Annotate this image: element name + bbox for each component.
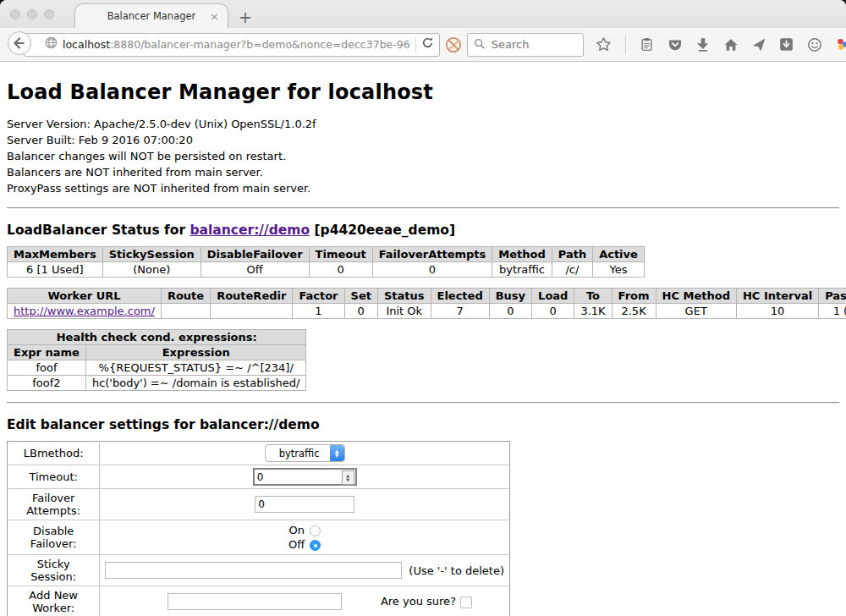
- cell-active: Yes: [593, 262, 645, 278]
- table-row: 6 [1 Used] (None) Off 0 0 bytraffic /c/ …: [8, 262, 645, 278]
- radio-line-on: On: [105, 523, 504, 537]
- add-worker-value-cell: Are you sure?: [100, 586, 510, 616]
- adblock-icon[interactable]: [445, 36, 462, 54]
- cell-expr-name: foof: [8, 360, 86, 376]
- cell-maxmembers: 6 [1 Used]: [8, 262, 103, 278]
- worker-url-link[interactable]: http://www.example.com/: [14, 305, 155, 317]
- col-active: Active: [593, 247, 645, 262]
- balancer-status-table: MaxMembers StickySession DisableFailover…: [7, 246, 645, 278]
- balancer-status-heading: LoadBalancer Status for balancer://demo …: [7, 223, 839, 238]
- status-heading-suffix: [p4420eeae_demo]: [310, 223, 455, 238]
- lbmethod-select[interactable]: bytraffic ▲▼: [265, 444, 345, 462]
- form-row-timeout: Timeout: ▲▼: [8, 465, 510, 489]
- feedback-smiley-icon[interactable]: [806, 36, 823, 54]
- url-host: localhost: [63, 38, 110, 51]
- col-failoverattempts: FailoverAttempts: [372, 247, 492, 262]
- cell-busy: 0: [489, 304, 531, 319]
- cell-status: Init Ok: [377, 304, 431, 319]
- radio-off-option[interactable]: [310, 540, 321, 551]
- page-title: Load Balancer Manager for localhost: [7, 80, 839, 104]
- minimize-window-button[interactable]: [27, 9, 37, 19]
- col-timeout: Timeout: [309, 247, 372, 262]
- zoom-window-button[interactable]: [44, 9, 54, 19]
- pocket-icon[interactable]: [667, 36, 684, 54]
- col-hc-method: HC Method: [656, 289, 736, 304]
- tab-balancer-manager[interactable]: Balancer Manager ×: [74, 3, 228, 28]
- col-route: Route: [161, 289, 210, 304]
- col-passes: Passes: [819, 289, 846, 304]
- back-button[interactable]: [7, 30, 32, 59]
- edit-balancer-form: LBmethod: bytraffic ▲▼ Timeout: ▲▼: [7, 441, 510, 616]
- inherit-notice-line: Balancers are NOT inherited from main se…: [7, 164, 839, 180]
- timeout-label: Timeout:: [8, 465, 100, 489]
- failover-attempts-input[interactable]: [255, 496, 354, 513]
- cell-method: bytraffic: [492, 262, 552, 278]
- close-window-button[interactable]: [10, 9, 20, 19]
- form-row-disable-failover: Disable Failover: On Off: [8, 520, 510, 555]
- status-heading-prefix: LoadBalancer Status for: [7, 223, 190, 238]
- on-label: On: [288, 524, 304, 536]
- proxypass-notice-line: ProxyPass settings are NOT inherited fro…: [7, 180, 839, 196]
- cell-disablefailover: Off: [201, 262, 309, 278]
- number-stepper-icon[interactable]: ▲▼: [342, 470, 354, 485]
- balancer-demo-link[interactable]: balancer://demo: [190, 223, 310, 238]
- search-input[interactable]: [490, 37, 577, 52]
- lbmethod-label: LBmethod:: [8, 442, 100, 465]
- addon-download-icon[interactable]: [778, 36, 795, 54]
- failover-attempts-label: Failover Attempts:: [8, 489, 100, 520]
- col-method: Method: [492, 247, 552, 262]
- worker-table: Worker URL Route RouteRedir Factor Set S…: [7, 288, 846, 319]
- sticky-session-input[interactable]: [105, 562, 402, 579]
- col-elected: Elected: [431, 289, 489, 304]
- reload-icon[interactable]: [421, 36, 434, 52]
- cell-passes: 1 (0): [819, 304, 846, 319]
- off-label: Off: [288, 538, 305, 551]
- worker-row: http://www.example.com/ 1 0 Init Ok 7 0 …: [8, 304, 846, 319]
- cell-set: 0: [344, 304, 377, 319]
- divider: [7, 207, 839, 209]
- divider: [7, 402, 839, 404]
- radio-on-option[interactable]: [310, 525, 321, 536]
- cell-expression: hc('body') =~ /domain is established/: [85, 376, 306, 391]
- tab-close-icon[interactable]: ×: [210, 11, 219, 22]
- page-content: Load Balancer Manager for localhost Serv…: [0, 62, 846, 616]
- new-tab-button[interactable]: +: [239, 8, 252, 26]
- bookmark-star-icon[interactable]: [596, 36, 613, 54]
- toolbar-divider: [625, 36, 626, 54]
- col-expression: Expression: [85, 345, 306, 360]
- search-bar[interactable]: [467, 33, 584, 57]
- downloads-icon[interactable]: [695, 36, 711, 54]
- col-worker-url: Worker URL: [8, 289, 162, 304]
- disable-failover-label: Disable Failover:: [8, 520, 100, 555]
- form-row-lbmethod: LBmethod: bytraffic ▲▼: [8, 442, 510, 465]
- col-stickysession: StickySession: [102, 247, 201, 262]
- cell-load: 0: [532, 304, 574, 319]
- health-check-table: Health check cond. expressions: Expr nam…: [7, 329, 306, 391]
- url-bar[interactable]: localhost:8880/balancer-manager?b=demo&n…: [24, 33, 440, 57]
- failover-attempts-value-cell: [100, 489, 510, 520]
- cell-from: 2.5K: [612, 304, 656, 319]
- navigation-toolbar: localhost:8880/balancer-manager?b=demo&n…: [0, 28, 846, 62]
- cell-to: 3.1K: [574, 304, 612, 319]
- reading-list-icon[interactable]: [639, 36, 656, 54]
- col-busy: Busy: [489, 289, 531, 304]
- add-worker-label: Add New Worker:: [8, 586, 100, 616]
- form-row-add-worker: Add New Worker: Are you sure?: [8, 586, 510, 616]
- colors-addon-icon[interactable]: [834, 36, 846, 54]
- send-tab-icon[interactable]: [750, 36, 767, 54]
- home-icon[interactable]: [722, 36, 739, 54]
- table-header-row: Expr name Expression: [8, 345, 306, 360]
- url-text[interactable]: localhost:8880/balancer-manager?b=demo&n…: [63, 38, 410, 51]
- browser-window: Balancer Manager × + localhost:8880/bala…: [0, 0, 846, 616]
- col-load: Load: [532, 289, 574, 304]
- select-stepper-icon: ▲▼: [330, 445, 344, 461]
- col-expr-name: Expr name: [8, 345, 86, 360]
- cell-factor: 1: [293, 304, 344, 319]
- cell-routeredir: [211, 304, 293, 319]
- are-you-sure-checkbox[interactable]: [460, 597, 472, 608]
- col-hc-interval: HC Interval: [736, 289, 818, 304]
- add-worker-input[interactable]: [168, 593, 342, 610]
- titlebar: Balancer Manager × +: [0, 0, 846, 28]
- cell-expression: %{REQUEST_STATUS} =~ /^[234]/: [85, 360, 306, 376]
- search-icon: [474, 36, 485, 52]
